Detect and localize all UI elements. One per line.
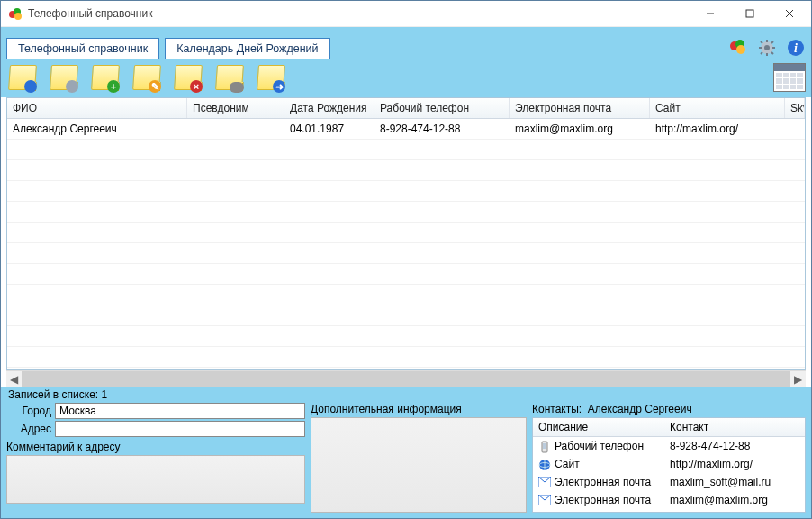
app-window: Телефонный справочник Телефонный справоч… [0,0,812,519]
main-grid[interactable]: ФИО Псевдоним Дата Рождения Рабочий теле… [6,97,806,370]
table-row-empty [7,285,805,305]
plus-icon: + [107,80,120,93]
contacts-header-prefix: Контакты: [532,403,582,415]
address-label: Адрес [6,423,51,435]
magnifier-icon [24,80,37,93]
about-button[interactable]: i [786,38,806,58]
toolbtn-export[interactable]: ➜ [255,62,287,93]
contacts-table[interactable]: Описание Контакт Рабочий телефон8-928-47… [532,417,806,513]
extra-info-box[interactable] [311,417,527,513]
cell: 8-928-474-12-88 [374,119,510,139]
contact-value: maxlim_soft@mail.ru [664,474,805,490]
cell [187,119,284,139]
contact-row[interactable]: Электронная почтаmaxlim_soft@mail.ru [533,473,805,491]
svg-point-2 [14,13,22,20]
cell: http://maxlim.org/ [650,119,785,139]
col-alias[interactable]: Псевдоним [187,98,284,118]
svg-line-17 [771,52,773,54]
minimize-button[interactable] [690,1,730,26]
col-contact[interactable]: Контакт [664,418,805,436]
scroll-right-icon[interactable]: ▶ [790,371,806,387]
contact-value: http://maxlim.org/ [664,456,805,472]
svg-text:i: i [794,41,798,55]
contacts-header-name: Александр Сергееич [588,403,692,415]
col-skype[interactable]: Skype [785,98,805,118]
table-row-empty [7,202,805,223]
address-panel: Город Адрес Комментарий к адресу [6,403,305,513]
tab-row: Телефонный справочник Календарь Дней Рож… [1,27,811,58]
toolbtn-add[interactable]: + [89,62,122,93]
cross-icon: × [190,80,203,93]
toolbtn-edit[interactable]: ✎ [131,62,163,93]
close-button[interactable] [770,1,809,26]
tab-label: Календарь Дней Рождений [176,42,318,55]
col-dob[interactable]: Дата Рождения [284,98,374,118]
contact-row[interactable]: Электронная почтаmaxlim@maxlim.org [533,491,805,509]
cell: maxlim@maxlim.org [510,119,650,139]
city-label: Город [6,405,51,417]
scroll-left-icon[interactable]: ◀ [6,371,22,387]
col-site[interactable]: Сайт [650,98,785,118]
toolbtn-note-filter[interactable] [6,62,39,93]
extra-info-panel: Дополнительная информация [311,403,527,513]
contacts-header: Контакты: Александр Сергееич [532,403,806,417]
col-desc[interactable]: Описание [533,418,664,436]
col-email[interactable]: Электронная почта [510,98,650,118]
table-row-empty [7,140,805,160]
city-input[interactable] [55,403,305,419]
toolbtn-delete[interactable]: × [172,62,204,93]
address-input[interactable] [55,421,305,437]
contact-desc: Электронная почта [533,474,664,490]
tab-label: Телефонный справочник [18,42,148,55]
contact-row[interactable]: Рабочий телефон8-928-474-12-88 [533,437,805,455]
col-fio[interactable]: ФИО [7,98,187,118]
cell: 04.01.1987 [284,119,374,139]
contacts-tbody[interactable]: Рабочий телефон8-928-474-12-88Сайтhttp:/… [533,437,805,512]
mail-icon [538,477,551,487]
svg-rect-4 [746,10,753,17]
settings-button[interactable] [757,38,777,58]
svg-line-16 [761,41,762,43]
scroll-thumb[interactable] [22,371,790,387]
address-comment-label: Комментарий к адресу [6,439,305,453]
funnel-icon [66,80,78,93]
contact-desc: Рабочий телефон [533,438,664,454]
tab-birthdays[interactable]: Календарь Дней Рождений [165,38,329,59]
contacts-panel: Контакты: Александр Сергееич Описание Ко… [532,403,806,513]
window-title: Телефонный справочник [28,7,690,20]
tab-and-toolbar: Телефонный справочник Календарь Дней Рож… [1,27,811,97]
table-row-empty [7,264,805,285]
cell [785,119,805,139]
svg-rect-23 [543,443,546,449]
mail-icon [538,495,551,505]
svg-line-18 [771,41,773,43]
svg-line-19 [761,52,762,54]
app-icon [8,6,23,21]
status-bar: Записей в списке: 1 [1,387,811,403]
grid-hscroll[interactable]: ◀ ▶ [6,370,806,387]
calendar-button[interactable] [773,63,806,92]
contacts-thead: Описание Контакт [533,418,805,437]
address-comment-box[interactable] [6,455,305,504]
contact-value: 8-928-474-12-88 [664,438,805,454]
col-workphone[interactable]: Рабочий телефон [374,98,510,118]
contact-row[interactable]: Сайтhttp://maxlim.org/ [533,455,805,473]
balloons-icon[interactable] [728,38,748,58]
maximize-button[interactable] [730,1,770,26]
grid-header: ФИО Псевдоним Дата Рождения Рабочий теле… [7,98,805,119]
record-count: Записей в списке: 1 [8,388,107,401]
table-row[interactable]: Александр Сергееич04.01.19878-928-474-12… [7,119,805,140]
table-row-empty [7,160,805,181]
phone-icon [538,441,551,451]
scroll-track[interactable] [22,371,790,387]
tab-directory[interactable]: Телефонный справочник [6,38,159,59]
grid-body[interactable]: Александр Сергееич04.01.19878-928-474-12… [7,119,805,369]
toolbtn-note-funnel[interactable] [48,62,80,93]
toolbtn-search[interactable] [213,62,246,93]
svg-point-9 [736,45,745,54]
contact-value: maxlim@maxlim.org [664,492,805,508]
svg-point-11 [764,45,770,50]
bottom-panels: Город Адрес Комментарий к адресу Дополни… [1,403,811,518]
arrow-icon: ➜ [273,80,285,93]
cell: Александр Сергееич [7,119,187,139]
